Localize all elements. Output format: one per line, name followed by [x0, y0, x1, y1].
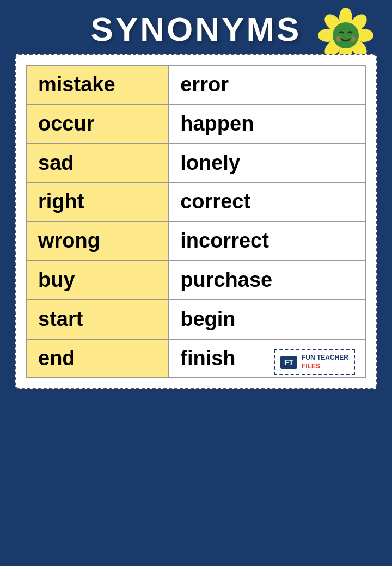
table-row: wrong incorrect [27, 222, 365, 261]
table-row: buy purchase [27, 261, 365, 300]
table-row: occur happen [27, 104, 365, 144]
word-cell: right [27, 182, 169, 222]
word-cell: start [27, 300, 169, 339]
svg-point-8 [333, 22, 359, 48]
brand-line1: FUN TEACHER [302, 354, 348, 362]
synonym-cell: incorrect [169, 222, 365, 261]
ft-badge: FT [280, 356, 297, 369]
table-row: start begin [27, 300, 365, 339]
table-row: sad lonely [27, 144, 365, 183]
synonym-cell: begin [169, 300, 365, 339]
brand-text: FUN TEACHER FILES [302, 354, 348, 371]
word-cell: end [27, 339, 169, 378]
word-cell: sad [27, 144, 169, 183]
svg-point-9 [336, 36, 341, 42]
synonyms-card: mistake error occur happen sad lonely ri… [15, 54, 377, 389]
word-cell: occur [27, 104, 169, 144]
table-row: mistake error [27, 65, 365, 104]
synonym-cell: happen [169, 104, 365, 144]
synonym-cell: lonely [169, 144, 365, 183]
header: SYNONYMS [0, 0, 392, 54]
word-cell: wrong [27, 222, 169, 261]
table-row: right correct [27, 182, 365, 222]
synonym-cell: error [169, 65, 365, 104]
svg-point-10 [350, 36, 356, 42]
word-cell: mistake [27, 65, 169, 104]
synonym-cell: purchase [169, 261, 365, 300]
word-cell: buy [27, 261, 169, 300]
synonym-cell: correct [169, 182, 365, 222]
brand-logo: FT FUN TEACHER FILES [274, 349, 355, 375]
synonyms-table: mistake error occur happen sad lonely ri… [26, 65, 366, 378]
brand-line2: FILES [302, 362, 348, 371]
